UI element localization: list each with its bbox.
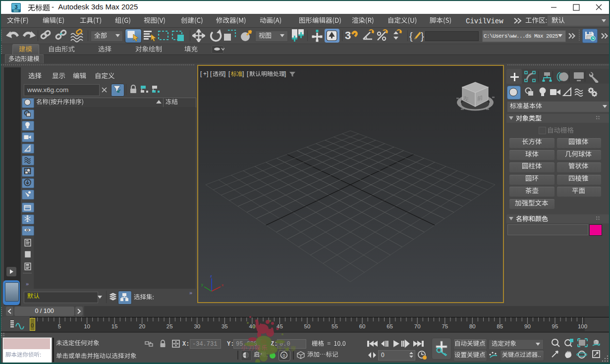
svg-text:{: { (409, 31, 413, 42)
svg-text:z: z (210, 274, 212, 278)
svg-text:20: 20 (139, 323, 145, 329)
svg-text:30: 30 (194, 323, 200, 329)
svg-text:10: 10 (84, 323, 90, 329)
svg-text:MAX: MAX (14, 10, 19, 12)
svg-text:5: 5 (58, 323, 61, 329)
svg-text:25: 25 (166, 323, 173, 329)
svg-text:15: 15 (111, 323, 118, 329)
svg-text:60: 60 (359, 323, 366, 329)
svg-text:x: x (222, 283, 223, 287)
svg-text:65: 65 (387, 323, 393, 329)
svg-text:55: 55 (332, 323, 338, 329)
svg-text:90: 90 (524, 323, 531, 329)
svg-text:70: 70 (414, 323, 421, 329)
svg-text:95: 95 (552, 323, 558, 329)
svg-text:y: y (201, 282, 203, 287)
svg-text:75: 75 (442, 323, 448, 329)
svg-text:3: 3 (345, 29, 351, 42)
svg-text:100: 100 (578, 323, 587, 329)
svg-text:3: 3 (14, 4, 17, 10)
svg-text:}: } (421, 31, 424, 42)
svg-text:85: 85 (497, 323, 503, 329)
svg-text:80: 80 (469, 323, 476, 329)
svg-text:35: 35 (222, 323, 228, 329)
